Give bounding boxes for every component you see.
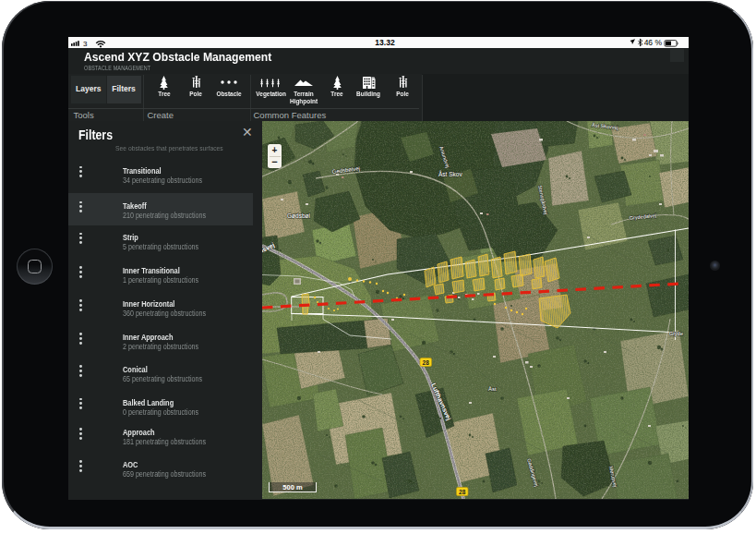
svg-text:3: 3 [83, 39, 88, 47]
svg-text:28: 28 [459, 489, 466, 495]
svg-text:Åst Skov: Åst Skov [438, 170, 462, 177]
svg-text:Gryde: Gryde [669, 331, 683, 336]
svg-text:28: 28 [423, 359, 430, 366]
svg-text:Åst: Åst [488, 386, 497, 392]
svg-text:Gødsbøl: Gødsbøl [287, 212, 310, 219]
